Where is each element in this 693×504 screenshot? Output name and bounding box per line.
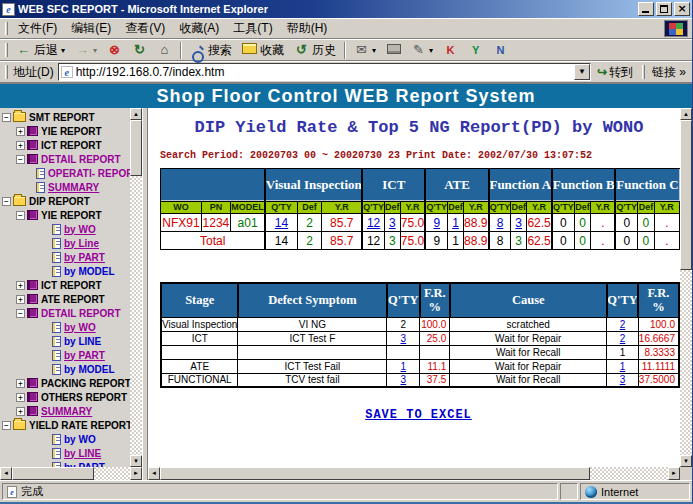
sidebar-item-ict-report[interactable]: +ICT REPORT bbox=[0, 138, 130, 152]
links-button[interactable]: 链接 » bbox=[648, 64, 690, 81]
tree-scroll-track[interactable] bbox=[130, 120, 142, 455]
minimize-button[interactable] bbox=[638, 2, 654, 16]
ng-cell[interactable]: 1 bbox=[387, 359, 420, 373]
expand-expand-icon[interactable]: + bbox=[16, 393, 25, 402]
menu-item-tools[interactable]: 工具(T) bbox=[226, 18, 279, 39]
sidebar-item-by-part[interactable]: by PART bbox=[0, 348, 130, 362]
expand-expand-icon[interactable]: + bbox=[16, 407, 25, 416]
expand-expand-icon[interactable]: + bbox=[16, 295, 25, 304]
yield-value-cell[interactable]: 8 bbox=[489, 214, 511, 232]
sidebar-item-operati-report[interactable]: OPERATI- REPORT bbox=[0, 166, 130, 180]
tree-vertical-scrollbar[interactable]: ▲ ▼ bbox=[130, 108, 142, 467]
sidebar-item-dip-report[interactable]: −DIP REPORT bbox=[0, 194, 130, 208]
ng-cell[interactable]: 2 bbox=[607, 317, 639, 331]
sidebar-item-summary[interactable]: +SUMMARY bbox=[0, 404, 130, 418]
sidebar-item-detail-report[interactable]: −DETAIL REPORT bbox=[0, 306, 130, 320]
tree-hscroll-track[interactable] bbox=[12, 467, 130, 480]
expand-collapse-icon[interactable]: − bbox=[16, 309, 25, 318]
ng-cell[interactable]: 3 bbox=[607, 373, 639, 387]
mail-button[interactable]: ▾ bbox=[349, 40, 381, 60]
content-hscroll-thumb[interactable] bbox=[160, 467, 590, 480]
sidebar-item-ict-report[interactable]: +ICT REPORT bbox=[0, 278, 130, 292]
sidebar-item-by-model[interactable]: by MODEL bbox=[0, 264, 130, 278]
sidebar-item-by-part[interactable]: by PART bbox=[0, 460, 130, 467]
forward-button[interactable]: ▾ bbox=[70, 40, 102, 60]
yield-value-cell[interactable]: 1 bbox=[448, 214, 464, 232]
expand-collapse-icon[interactable]: − bbox=[2, 113, 11, 122]
content-hscroll-track[interactable] bbox=[160, 467, 668, 480]
yield-value-cell[interactable]: 9 bbox=[425, 214, 447, 232]
expand-collapse-icon[interactable]: − bbox=[16, 155, 25, 164]
menu-item-view[interactable]: 查看(V) bbox=[118, 18, 172, 39]
ng-cell[interactable]: 3 bbox=[387, 373, 420, 387]
back-button[interactable]: 后退▾ bbox=[11, 40, 70, 60]
yield-value-cell[interactable]: 12 bbox=[362, 214, 384, 232]
expand-collapse-icon[interactable]: − bbox=[2, 197, 11, 206]
edit-button[interactable]: ▾ bbox=[406, 40, 438, 60]
sidebar-item-yield-rate-report[interactable]: −YIELD RATE REPORT bbox=[0, 418, 130, 432]
stop-button[interactable] bbox=[102, 40, 127, 60]
address-dropdown-button[interactable]: ▼ bbox=[574, 64, 590, 80]
extra-tool-3-button[interactable] bbox=[488, 40, 513, 60]
content-scroll-down-button[interactable]: ▼ bbox=[680, 455, 692, 467]
tree-scroll-left-button[interactable]: ◄ bbox=[0, 467, 12, 480]
expand-expand-icon[interactable]: + bbox=[16, 379, 25, 388]
sidebar-item-by-model[interactable]: by MODEL bbox=[0, 362, 130, 376]
tree-scroll-up-button[interactable]: ▲ bbox=[130, 108, 142, 120]
tree-scroll-right-button[interactable]: ► bbox=[130, 467, 142, 480]
ng-cell[interactable]: 2 bbox=[607, 331, 639, 345]
ng-cell[interactable]: 3 bbox=[387, 331, 420, 345]
save-to-excel-link[interactable]: SAVE TO EXCEL bbox=[365, 408, 472, 422]
content-scroll-track[interactable] bbox=[680, 120, 692, 455]
print-button[interactable] bbox=[381, 40, 406, 60]
sidebar-item-summary[interactable]: SUMMARY bbox=[0, 180, 130, 194]
sidebar-item-packing-report[interactable]: +PACKING REPORT bbox=[0, 376, 130, 390]
expand-expand-icon[interactable]: + bbox=[16, 281, 25, 290]
menu-item-edit[interactable]: 编辑(E) bbox=[64, 18, 118, 39]
tree-horizontal-scrollbar[interactable]: ◄ ► bbox=[0, 467, 142, 480]
expand-expand-icon[interactable]: + bbox=[16, 141, 25, 150]
sidebar-item-by-line[interactable]: by LINE bbox=[0, 446, 130, 460]
close-button[interactable]: × bbox=[674, 2, 690, 16]
yield-value-cell[interactable]: 14 bbox=[265, 214, 297, 232]
content-horizontal-scrollbar[interactable]: ◄ ► bbox=[148, 467, 680, 480]
content-scroll-right-button[interactable]: ► bbox=[668, 467, 680, 480]
sidebar-item-ate-report[interactable]: +ATE REPORT bbox=[0, 292, 130, 306]
content-scroll-up-button[interactable]: ▲ bbox=[680, 108, 692, 120]
menu-item-file[interactable]: 文件(F) bbox=[11, 18, 64, 39]
content-scroll-thumb[interactable] bbox=[680, 120, 692, 270]
yield-value-cell[interactable]: 3 bbox=[511, 214, 527, 232]
home-button[interactable] bbox=[152, 40, 177, 60]
sidebar-item-yie-report[interactable]: +YIE REPORT bbox=[0, 124, 130, 138]
extra-tool-2-button[interactable] bbox=[463, 40, 488, 60]
menu-item-help[interactable]: 帮助(H) bbox=[280, 18, 335, 39]
sidebar-item-others-report[interactable]: +OTHERS REPORT bbox=[0, 390, 130, 404]
history-button[interactable]: 历史 bbox=[289, 40, 341, 60]
yield-value-cell[interactable]: 3 bbox=[384, 214, 400, 232]
sidebar-item-by-wo[interactable]: by WO bbox=[0, 222, 130, 236]
menu-item-favorites[interactable]: 收藏(A) bbox=[172, 18, 226, 39]
sidebar-item-by-part[interactable]: by PART bbox=[0, 250, 130, 264]
ng-cell[interactable]: 1 bbox=[607, 359, 639, 373]
sidebar-item-by-wo[interactable]: by WO bbox=[0, 320, 130, 334]
sidebar-item-by-line[interactable]: by LINE bbox=[0, 334, 130, 348]
sidebar-item-by-line[interactable]: by Line bbox=[0, 236, 130, 250]
tree-hscroll-thumb[interactable] bbox=[12, 467, 94, 480]
maximize-button[interactable] bbox=[656, 2, 672, 16]
expand-collapse-icon[interactable]: − bbox=[2, 421, 11, 430]
tree-scroll-thumb[interactable] bbox=[130, 120, 142, 176]
content-scroll-left-button[interactable]: ◄ bbox=[148, 467, 160, 480]
expand-collapse-icon[interactable]: − bbox=[16, 211, 25, 220]
expand-expand-icon[interactable]: + bbox=[16, 127, 25, 136]
sidebar-item-by-wo[interactable]: by WO bbox=[0, 432, 130, 446]
refresh-button[interactable] bbox=[127, 40, 152, 60]
go-button[interactable]: ↪ 转到 bbox=[591, 64, 639, 81]
content-vertical-scrollbar[interactable]: ▲ ▼ bbox=[680, 108, 692, 467]
tree-scroll-down-button[interactable]: ▼ bbox=[130, 455, 142, 467]
sidebar-item-smt-report[interactable]: −SMT REPORT bbox=[0, 110, 130, 124]
extra-tool-1-button[interactable] bbox=[438, 40, 463, 60]
search-button[interactable]: 搜索 bbox=[185, 40, 237, 60]
sidebar-item-detail-report[interactable]: −DETAIL REPORT bbox=[0, 152, 130, 166]
address-input[interactable] bbox=[76, 65, 574, 79]
favorites-button[interactable]: 收藏 bbox=[237, 40, 289, 60]
